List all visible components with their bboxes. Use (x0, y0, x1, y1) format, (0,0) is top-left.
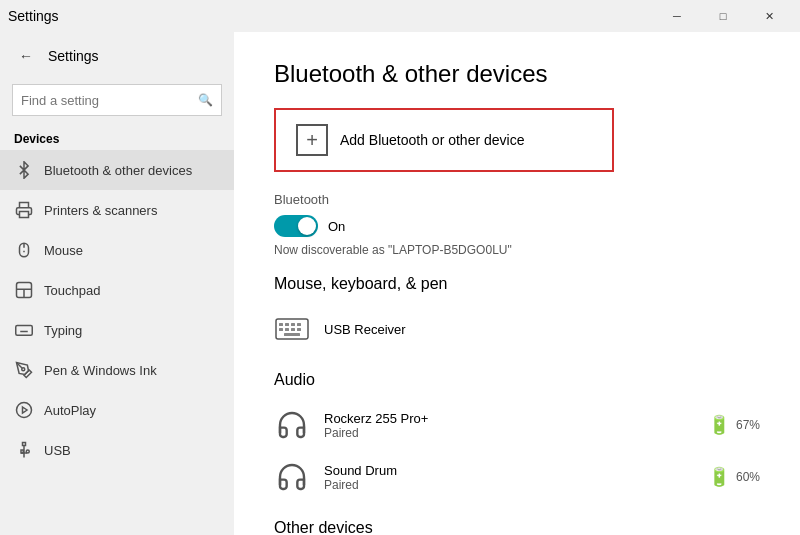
titlebar-title: Settings (8, 8, 59, 24)
device-battery-sound-drum: 🔋 60% (708, 466, 760, 488)
titlebar-controls: ─ □ ✕ (654, 0, 792, 32)
svg-rect-24 (285, 328, 289, 331)
sidebar-item-autoplay[interactable]: AutoPlay (0, 390, 234, 430)
device-item-usb-receiver: USB Receiver (274, 303, 760, 355)
autoplay-icon (14, 400, 34, 420)
mouse-icon (14, 240, 34, 260)
sidebar-app-title: Settings (48, 48, 99, 64)
bluetooth-section-label: Bluetooth (274, 192, 760, 207)
printer-icon (14, 200, 34, 220)
svg-rect-22 (297, 323, 301, 326)
device-name-usb-receiver: USB Receiver (324, 322, 406, 337)
headphones-icon-sound-drum (274, 459, 310, 495)
svg-point-17 (26, 450, 29, 453)
titlebar: Settings ─ □ ✕ (0, 0, 800, 32)
device-status-sound-drum: Paired (324, 478, 397, 492)
add-device-label: Add Bluetooth or other device (340, 132, 524, 148)
bluetooth-toggle-row: On (274, 215, 760, 237)
sidebar-item-label-mouse: Mouse (44, 243, 83, 258)
sidebar-item-label-pen: Pen & Windows Ink (44, 363, 157, 378)
main-content: Bluetooth & other devices + Add Bluetoot… (234, 32, 800, 535)
svg-point-14 (17, 403, 32, 418)
bluetooth-toggle-label: On (328, 219, 345, 234)
pen-icon (14, 360, 34, 380)
search-input[interactable] (21, 93, 198, 108)
sidebar-item-label-touchpad: Touchpad (44, 283, 100, 298)
svg-rect-0 (20, 212, 29, 218)
battery-icon-sound-drum: 🔋 (708, 466, 730, 488)
sidebar-item-mouse[interactable]: Mouse (0, 230, 234, 270)
sidebar-nav-top: ← Settings (0, 32, 234, 80)
minimize-button[interactable]: ─ (654, 0, 700, 32)
touchpad-icon (14, 280, 34, 300)
sidebar-item-bluetooth[interactable]: Bluetooth & other devices (0, 150, 234, 190)
typing-icon (14, 320, 34, 340)
sidebar: ← Settings 🔍 Devices Bluetooth & other d… (0, 32, 234, 535)
sidebar-item-label-bluetooth: Bluetooth & other devices (44, 163, 192, 178)
sidebar-item-typing[interactable]: Typing (0, 310, 234, 350)
maximize-button[interactable]: □ (700, 0, 746, 32)
svg-rect-7 (16, 326, 33, 336)
svg-rect-23 (279, 328, 283, 331)
titlebar-left: Settings (8, 8, 59, 24)
sidebar-item-label-autoplay: AutoPlay (44, 403, 96, 418)
discoverable-text: Now discoverable as "LAPTOP-B5DGO0LU" (274, 243, 760, 257)
bluetooth-toggle[interactable] (274, 215, 318, 237)
search-icon: 🔍 (198, 93, 213, 107)
section-title-other: Other devices (274, 519, 760, 535)
svg-rect-25 (291, 328, 295, 331)
svg-rect-21 (291, 323, 295, 326)
close-button[interactable]: ✕ (746, 0, 792, 32)
sidebar-item-label-typing: Typing (44, 323, 82, 338)
svg-point-13 (22, 368, 25, 371)
device-info-sound-drum: Sound Drum Paired (324, 463, 397, 492)
usb-icon (14, 440, 34, 460)
sidebar-section-label: Devices (0, 124, 234, 150)
svg-rect-19 (279, 323, 283, 326)
device-name-sound-drum: Sound Drum (324, 463, 397, 478)
svg-rect-27 (284, 333, 300, 336)
device-info-usb-receiver: USB Receiver (324, 322, 406, 337)
device-name-rockerz: Rockerz 255 Pro+ (324, 411, 428, 426)
sidebar-item-label-printers: Printers & scanners (44, 203, 157, 218)
toggle-knob (298, 217, 316, 235)
search-box[interactable]: 🔍 (12, 84, 222, 116)
battery-pct-rockerz: 67% (736, 418, 760, 432)
device-battery-rockerz: 🔋 67% (708, 414, 760, 436)
add-device-button[interactable]: + Add Bluetooth or other device (274, 108, 614, 172)
device-item-rockerz: Rockerz 255 Pro+ Paired 🔋 67% (274, 399, 760, 451)
page-title: Bluetooth & other devices (274, 60, 760, 88)
device-item-sound-drum: Sound Drum Paired 🔋 60% (274, 451, 760, 503)
sidebar-item-usb[interactable]: USB (0, 430, 234, 470)
section-title-audio: Audio (274, 371, 760, 389)
device-status-rockerz: Paired (324, 426, 428, 440)
keyboard-device-icon (274, 311, 310, 347)
svg-rect-26 (297, 328, 301, 331)
back-button[interactable]: ← (12, 42, 40, 70)
svg-marker-15 (23, 407, 28, 413)
device-info-rockerz: Rockerz 255 Pro+ Paired (324, 411, 428, 440)
battery-pct-sound-drum: 60% (736, 470, 760, 484)
bluetooth-icon (14, 160, 34, 180)
section-title-mouse: Mouse, keyboard, & pen (274, 275, 760, 293)
sidebar-item-printers[interactable]: Printers & scanners (0, 190, 234, 230)
battery-icon-rockerz: 🔋 (708, 414, 730, 436)
sidebar-item-label-usb: USB (44, 443, 71, 458)
svg-rect-20 (285, 323, 289, 326)
sidebar-item-pen[interactable]: Pen & Windows Ink (0, 350, 234, 390)
headphones-icon-rockerz (274, 407, 310, 443)
sidebar-item-touchpad[interactable]: Touchpad (0, 270, 234, 310)
app-container: ← Settings 🔍 Devices Bluetooth & other d… (0, 32, 800, 535)
plus-icon: + (296, 124, 328, 156)
